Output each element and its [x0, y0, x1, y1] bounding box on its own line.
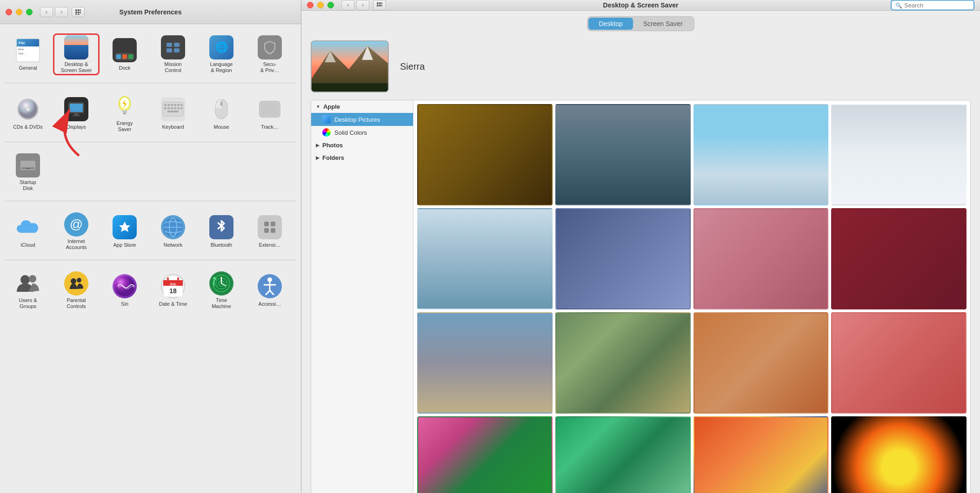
wallpaper-thumb-14[interactable] [555, 416, 691, 493]
wallpaper-thumb-4[interactable] [831, 104, 967, 205]
bluetooth-label: Bluetooth [211, 242, 232, 248]
pref-displays[interactable]: Displays [53, 92, 100, 134]
pref-appstore[interactable]: App Store [101, 210, 148, 252]
wallpaper-thumb-1[interactable] [417, 104, 553, 205]
svg-point-55 [71, 278, 76, 284]
wallpaper-thumb-15[interactable] [693, 416, 829, 493]
keyboard-icon [160, 96, 186, 122]
wallpaper-thumb-10[interactable] [555, 312, 691, 414]
pref-accessibility[interactable]: Accessi… [247, 270, 293, 311]
right-minimize-button[interactable] [317, 2, 324, 8]
pref-energy[interactable]: EnergySaver [101, 92, 148, 134]
wallpaper-preview [311, 40, 389, 92]
grid-view-button[interactable] [72, 7, 85, 17]
svg-rect-80 [377, 5, 379, 7]
svg-rect-9 [167, 43, 172, 47]
wallpaper-thumb-3[interactable] [693, 104, 829, 205]
pref-general[interactable]: File NewOpe… General [5, 33, 51, 75]
wallpaper-thumb-8[interactable] [831, 208, 967, 309]
wallpaper-thumb-16[interactable] [831, 416, 967, 493]
tab-bar: Desktop Screen Saver [301, 11, 980, 35]
pref-icloud[interactable]: iCloud [5, 210, 51, 252]
network-icon [160, 214, 186, 240]
mission-control-icon [160, 35, 186, 59]
wallpaper-thumb-7[interactable] [693, 208, 829, 309]
svg-rect-52 [271, 228, 275, 233]
svg-rect-18 [70, 104, 83, 112]
pref-parental[interactable]: ParentalControls [53, 270, 100, 311]
users-icon [15, 271, 41, 296]
svg-rect-33 [167, 107, 170, 109]
minimize-button[interactable] [16, 9, 22, 15]
pref-datetime[interactable]: JUL 18 Date & Time [150, 270, 196, 311]
svg-rect-20 [73, 115, 80, 116]
right-back-button[interactable]: ‹ [341, 0, 354, 10]
pref-cds[interactable]: CDs & DVDs [5, 92, 51, 134]
svg-rect-51 [264, 228, 269, 233]
right-grid-button[interactable] [373, 0, 386, 10]
pref-dock[interactable]: Dock [101, 33, 148, 75]
svg-rect-36 [177, 107, 180, 109]
datetime-icon: JUL 18 [160, 273, 186, 299]
wallpaper-thumb-12[interactable] [831, 312, 967, 414]
wallpaper-thumb-9[interactable] [417, 312, 553, 414]
source-solid-colors[interactable]: Solid Colors [311, 126, 413, 139]
right-close-button[interactable] [307, 2, 313, 8]
back-button[interactable]: ‹ [40, 7, 53, 17]
right-forward-button[interactable]: › [356, 0, 369, 10]
search-icon: 🔍 [895, 2, 902, 8]
hardware-section: CDs & DVDs Displays [5, 92, 296, 142]
wallpaper-thumb-11[interactable] [693, 312, 829, 414]
svg-rect-7 [78, 14, 80, 15]
timemachine-label: TimeMachine [212, 297, 231, 309]
source-photos-header[interactable]: ▶ Photos [311, 139, 413, 151]
desktop-screensaver-window: ‹ › Desktop & Screen Saver 🔍 Desktop Scr… [301, 0, 980, 493]
pref-desktop-screensaver[interactable]: Desktop &Screen Saver [53, 33, 100, 75]
svg-rect-39 [220, 101, 222, 106]
pref-keyboard[interactable]: Keyboard [150, 92, 196, 134]
source-desktop-pictures[interactable]: Desktop Pictures [311, 113, 413, 126]
pref-timemachine[interactable]: TimeMachine [198, 270, 245, 311]
pref-users[interactable]: Users &Groups [5, 270, 51, 311]
source-folders-header[interactable]: ▶ Folders [311, 151, 413, 164]
tab-desktop[interactable]: Desktop [588, 18, 633, 30]
svg-rect-37 [167, 111, 179, 112]
pref-mission-control[interactable]: MissionControl [150, 33, 196, 75]
svg-point-56 [77, 278, 81, 283]
pref-mouse[interactable]: Mouse [198, 92, 245, 134]
tab-screensaver[interactable]: Screen Saver [633, 18, 693, 30]
security-icon [257, 35, 283, 59]
right-maximize-button[interactable] [327, 2, 334, 8]
pref-bluetooth[interactable]: Bluetooth [198, 210, 245, 252]
maximize-button[interactable] [26, 9, 33, 15]
svg-rect-32 [164, 107, 167, 109]
svg-rect-27 [167, 104, 170, 106]
pref-trackpad[interactable]: Track… [247, 92, 293, 134]
system-section: Users &Groups ParentalControls [5, 270, 296, 319]
forward-button[interactable]: › [55, 7, 68, 17]
tab-container: Desktop Screen Saver [587, 16, 694, 31]
wallpaper-thumb-2[interactable] [555, 104, 691, 205]
svg-rect-1 [78, 9, 80, 11]
svg-rect-26 [164, 104, 167, 106]
svg-rect-19 [74, 113, 78, 115]
svg-rect-78 [379, 2, 381, 4]
search-input[interactable] [904, 2, 969, 9]
wallpaper-thumb-13[interactable] [417, 416, 553, 493]
svg-rect-87 [312, 83, 389, 92]
pref-security[interactable]: Secu-& Priv… [247, 33, 293, 75]
pref-internet-accounts[interactable]: @ InternetAccounts [53, 210, 100, 252]
wallpaper-thumb-5[interactable] [417, 208, 553, 309]
extensions-icon [257, 214, 283, 240]
startup-label: StartupDisk [20, 179, 36, 191]
source-apple-header[interactable]: ▼ Apple [311, 100, 413, 113]
svg-rect-45 [26, 168, 30, 169]
pref-extensions[interactable]: Extensi… [247, 210, 293, 252]
pref-startup[interactable]: StartupDisk [5, 151, 51, 193]
search-box[interactable]: 🔍 [891, 0, 974, 11]
wallpaper-thumb-6[interactable] [555, 208, 691, 309]
pref-siri[interactable]: Siri [101, 270, 148, 311]
pref-language[interactable]: 🌐 Language& Region [198, 33, 245, 75]
close-button[interactable] [6, 9, 12, 15]
pref-network[interactable]: Network [150, 210, 196, 252]
